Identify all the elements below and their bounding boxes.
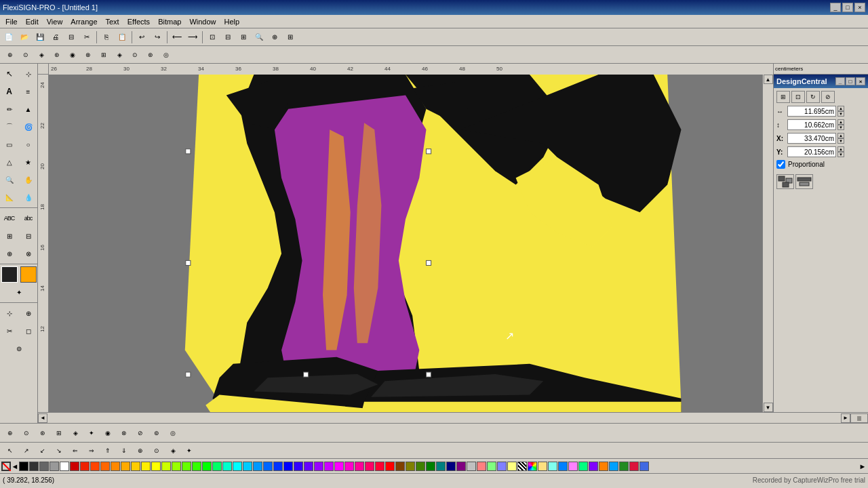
color-swatch-cream[interactable] bbox=[538, 462, 547, 471]
dc-height-up[interactable]: ▲ bbox=[837, 119, 844, 125]
color-swatch-mint[interactable] bbox=[548, 462, 557, 471]
dc-x-down[interactable]: ▼ bbox=[837, 138, 844, 144]
color-swatch-teal2[interactable] bbox=[222, 462, 232, 471]
tb11[interactable]: ⊞ bbox=[283, 30, 298, 45]
bt1-4[interactable]: ⊞ bbox=[52, 426, 66, 441]
color-swatch-red2[interactable] bbox=[80, 462, 90, 471]
paste-btn[interactable]: 📋 bbox=[115, 30, 130, 45]
menu-bitmap[interactable]: Bitmap bbox=[154, 16, 185, 27]
vertical-scrollbar[interactable]: ▲ ▼ bbox=[762, 75, 773, 412]
color-swatch-hotpink[interactable] bbox=[355, 462, 364, 471]
dc-width-down[interactable]: ▼ bbox=[837, 111, 844, 117]
open-btn[interactable]: 📂 bbox=[17, 30, 32, 45]
horizontal-scrollbar[interactable]: ◄ ► ||| bbox=[38, 412, 868, 423]
bt2-1[interactable]: ↖ bbox=[3, 444, 18, 458]
maximize-button[interactable]: □ bbox=[842, 3, 853, 12]
color-swatch-rainbow[interactable] bbox=[528, 462, 537, 471]
menu-text[interactable]: Text bbox=[102, 16, 123, 27]
rect-tool[interactable]: ▭ bbox=[1, 136, 18, 152]
bt2-7[interactable]: ⇑ bbox=[100, 444, 115, 458]
bt1-7[interactable]: ◉ bbox=[100, 426, 115, 441]
circle-tool[interactable]: ○ bbox=[20, 136, 37, 152]
menu-file[interactable]: File bbox=[1, 16, 22, 27]
t2-10[interactable]: ⊛ bbox=[143, 47, 158, 62]
color-swatch-green3[interactable] bbox=[192, 462, 201, 471]
snap2-tool[interactable]: ⊗ bbox=[20, 245, 37, 262]
dc-tool4[interactable]: ⊘ bbox=[821, 91, 835, 103]
pencil-tool[interactable]: ✏ bbox=[1, 101, 18, 117]
measure-tool[interactable]: 📐 bbox=[1, 189, 18, 205]
dc-height-input[interactable] bbox=[787, 119, 836, 130]
color-swatch-azure[interactable] bbox=[558, 462, 568, 471]
star-tool[interactable]: ★ bbox=[20, 154, 37, 170]
dc-width-input[interactable] bbox=[787, 106, 836, 117]
dc-tool2[interactable]: ⊡ bbox=[791, 91, 805, 103]
print-btn[interactable]: 🖨 bbox=[48, 30, 63, 45]
undo-btn[interactable]: ↩ bbox=[134, 30, 149, 45]
color-swatch-teal[interactable] bbox=[436, 462, 446, 471]
color-swatch-purple2[interactable] bbox=[589, 462, 598, 471]
bt2-4[interactable]: ↘ bbox=[52, 444, 66, 458]
bt2-11[interactable]: ◈ bbox=[165, 444, 180, 458]
dc-y-down[interactable]: ▼ bbox=[837, 152, 844, 157]
bt2-3[interactable]: ↙ bbox=[35, 444, 50, 458]
color-swatch-lightred[interactable] bbox=[477, 462, 486, 471]
gradient-tool[interactable]: ✦ bbox=[11, 284, 27, 300]
bt2-9[interactable]: ⊕ bbox=[133, 444, 148, 458]
menu-arrange[interactable]: Arrange bbox=[66, 16, 101, 27]
t2-5[interactable]: ◉ bbox=[65, 47, 80, 62]
color-swatch-limegreen[interactable] bbox=[172, 462, 181, 471]
color-swatch-yellow2[interactable] bbox=[131, 462, 140, 471]
color-swatch-darkred[interactable] bbox=[70, 462, 79, 471]
save-btn[interactable]: 💾 bbox=[33, 30, 47, 45]
dc-y-input[interactable] bbox=[787, 146, 836, 157]
select-tool[interactable]: ↖ bbox=[1, 66, 18, 82]
color-swatch-orangered[interactable] bbox=[90, 462, 100, 471]
knife-tool[interactable]: ✂ bbox=[1, 323, 18, 339]
bt1-9[interactable]: ⊘ bbox=[133, 426, 148, 441]
t2-7[interactable]: ⊞ bbox=[96, 47, 111, 62]
tb8[interactable]: ⟶ bbox=[185, 30, 200, 45]
color-swatch-crimson2[interactable] bbox=[629, 462, 639, 471]
color-swatch-lightyellow2[interactable] bbox=[507, 462, 517, 471]
no-color-swatch[interactable] bbox=[1, 462, 11, 471]
dc-maximize-btn[interactable]: □ bbox=[846, 77, 855, 85]
dc-align1[interactable] bbox=[776, 174, 794, 189]
dropper-tool[interactable]: 💧 bbox=[20, 189, 37, 205]
dc-width-up[interactable]: ▲ bbox=[837, 106, 844, 111]
layout2-tool[interactable]: ⊟ bbox=[20, 228, 37, 244]
dc-x-input[interactable] bbox=[787, 133, 836, 144]
menu-window[interactable]: Window bbox=[185, 16, 220, 27]
spiral-tool[interactable]: 🌀 bbox=[20, 119, 37, 135]
weld-tool[interactable]: ⊕ bbox=[20, 305, 37, 321]
layout1-tool[interactable]: ⊞ bbox=[1, 228, 18, 244]
bt1-6[interactable]: ✦ bbox=[84, 426, 99, 441]
canvas-area[interactable]: ↗ bbox=[49, 75, 762, 412]
bt2-12[interactable]: ✦ bbox=[182, 444, 197, 458]
color-swatch-darkgray[interactable] bbox=[29, 462, 39, 471]
color-swatch-green2[interactable] bbox=[182, 462, 191, 471]
color-swatch-lightgreen[interactable] bbox=[487, 462, 496, 471]
color-swatch-lightblue[interactable] bbox=[497, 462, 507, 471]
dc-align2[interactable] bbox=[795, 174, 813, 189]
color-swatch-blue4[interactable] bbox=[273, 462, 283, 471]
menu-help[interactable]: Help bbox=[220, 16, 244, 27]
palette-scroll-left[interactable]: ◄ bbox=[11, 462, 19, 471]
bt1-8[interactable]: ⊗ bbox=[117, 426, 132, 441]
t2-6[interactable]: ⊗ bbox=[81, 47, 96, 62]
dc-y-up[interactable]: ▲ bbox=[837, 146, 844, 152]
menu-effects[interactable]: Effects bbox=[123, 16, 154, 27]
scroll-up-btn[interactable]: ▲ bbox=[764, 75, 773, 84]
color-swatch-darkorange2[interactable] bbox=[599, 462, 608, 471]
bt2-6[interactable]: ⇒ bbox=[84, 444, 99, 458]
color-swatch-blue3[interactable] bbox=[263, 462, 273, 471]
redo-btn[interactable]: ↪ bbox=[150, 30, 165, 45]
color-swatch-skyblue[interactable] bbox=[243, 462, 252, 471]
dc-proportional-checkbox[interactable] bbox=[776, 160, 785, 169]
copy-btn[interactable]: ⎘ bbox=[99, 30, 114, 45]
color-swatch-royalblue[interactable] bbox=[639, 462, 649, 471]
color-swatch-dodgerblue[interactable] bbox=[609, 462, 618, 471]
color2-tool[interactable] bbox=[20, 266, 37, 283]
eraser-tool[interactable]: ◻ bbox=[20, 323, 37, 339]
color-swatch-red[interactable] bbox=[385, 462, 395, 471]
